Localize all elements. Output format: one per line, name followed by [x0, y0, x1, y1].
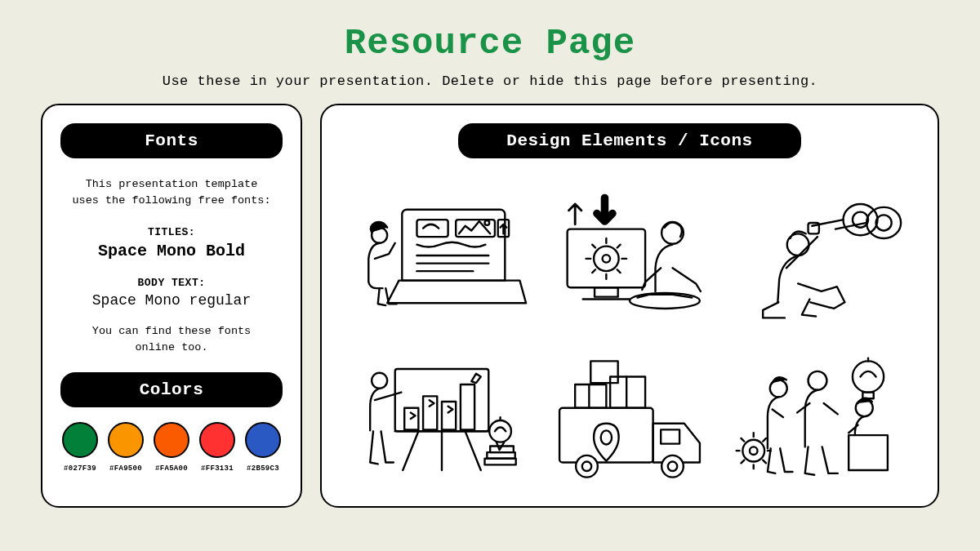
svg-rect-33 [661, 429, 679, 443]
color-hex-label: #027F39 [64, 464, 96, 473]
person-computer-gear-arrows-icon [544, 183, 715, 330]
svg-rect-26 [461, 384, 474, 429]
fonts-colors-panel: Fonts This presentation template uses th… [41, 104, 302, 508]
title-font-name: Space Mono Bold [60, 242, 283, 260]
svg-rect-38 [575, 384, 606, 408]
person-bar-chart-books-icon [356, 346, 528, 493]
panels-row: Fonts This presentation template uses th… [0, 89, 980, 508]
svg-rect-9 [595, 287, 618, 296]
color-dot [62, 422, 98, 458]
design-elements-panel: Design Elements / Icons [320, 104, 939, 508]
svg-point-12 [603, 255, 611, 263]
fonts-heading-pill: Fonts [60, 123, 283, 158]
svg-point-34 [576, 455, 598, 478]
body-text-label: BODY TEXT: [60, 277, 283, 289]
svg-point-27 [372, 373, 387, 389]
color-hex-label: #FF3131 [201, 464, 234, 473]
color-hex-label: #2B59C3 [247, 464, 279, 473]
svg-point-44 [853, 361, 884, 392]
titles-label: TITLES: [60, 226, 283, 238]
svg-rect-40 [590, 361, 617, 383]
design-elements-heading-pill: Design Elements / Icons [458, 123, 801, 158]
body-font-name: Space Mono regular [60, 292, 283, 309]
color-swatch: #FF3131 [199, 422, 235, 473]
svg-rect-48 [849, 435, 888, 470]
svg-point-15 [844, 204, 878, 235]
color-dot [245, 422, 281, 458]
page-title: Resource Page [0, 23, 980, 64]
team-idea-lightbulb-icon [732, 346, 903, 493]
colors-heading-pill: Colors [60, 372, 283, 407]
svg-point-2 [485, 220, 490, 225]
illustration-grid [340, 183, 920, 493]
page-subtitle: Use these in your presentation. Delete o… [0, 73, 980, 89]
svg-point-31 [489, 420, 511, 442]
find-fonts-note: You can find these fonts online too. [60, 323, 283, 357]
color-hex-label: #FA9500 [109, 464, 142, 473]
find-note-line1: You can find these fonts [92, 325, 251, 337]
svg-point-51 [750, 447, 758, 455]
person-binoculars-icon [732, 183, 903, 330]
svg-point-36 [662, 455, 684, 478]
color-dot [154, 422, 189, 458]
color-swatch: #FA5A00 [154, 422, 189, 473]
svg-point-16 [866, 207, 901, 238]
svg-point-11 [594, 247, 619, 272]
color-swatch: #2B59C3 [245, 422, 281, 473]
svg-point-43 [601, 430, 612, 444]
svg-point-18 [876, 215, 892, 230]
svg-rect-39 [610, 377, 645, 408]
color-swatch: #027F39 [62, 422, 98, 473]
svg-rect-32 [559, 408, 653, 463]
person-presenting-laptop-icon [356, 183, 528, 330]
color-swatch: #FA9500 [108, 422, 144, 473]
svg-point-50 [742, 440, 764, 462]
find-note-line2: online too. [135, 341, 207, 353]
svg-rect-0 [416, 220, 448, 237]
fonts-description: This presentation template uses the foll… [60, 176, 283, 210]
color-hex-label: #FA5A00 [155, 464, 188, 473]
fonts-desc-line2: uses the following free fonts: [72, 194, 270, 207]
color-swatch-row: #027F39 #FA9500 #FA5A00 #FF3131 #2B59C3 [60, 422, 283, 473]
color-dot [108, 422, 144, 458]
delivery-truck-boxes-pin-icon [544, 346, 715, 493]
svg-point-47 [808, 371, 827, 390]
color-dot [199, 422, 235, 458]
fonts-desc-line1: This presentation template [86, 178, 258, 190]
